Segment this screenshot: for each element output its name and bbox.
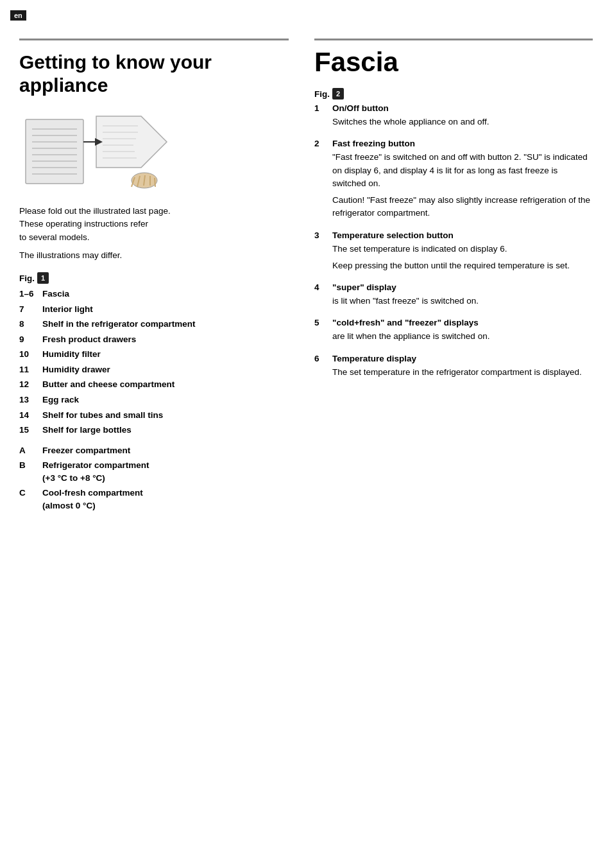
item-label: Shelf in the refrigerator compartment [42, 318, 196, 331]
fascia-item-title: Fast freezing button [332, 139, 415, 148]
item-number: B [19, 459, 42, 484]
illustration [19, 110, 186, 193]
list-item: CCool-fresh compartment(almost 0 °C) [19, 487, 289, 512]
fascia-item-body: Switches the whole appliance on and off. [332, 116, 593, 128]
fascia-item-header: 2Fast freezing button [314, 139, 593, 148]
fascia-item-number: 4 [314, 282, 332, 292]
item-label: Interior light [42, 303, 93, 316]
fascia-section: 2Fast freezing button"Fast freeze" is sw… [314, 139, 593, 220]
fascia-item-body: The set temperature in the refrigerator … [332, 366, 593, 379]
fascia-item-number: 1 [314, 103, 332, 113]
item-label: Egg rack [42, 394, 79, 406]
fascia-item-header: 1On/Off button [314, 103, 593, 113]
list-item: BRefrigerator compartment(+3 °C to +8 °C… [19, 459, 289, 484]
item-number: 11 [19, 363, 42, 376]
fascia-item-header: 6Temperature display [314, 354, 593, 363]
fascia-item-number: 2 [314, 139, 332, 148]
svg-line-23 [155, 178, 155, 187]
fascia-item-number: 6 [314, 354, 332, 363]
fig1-text: Fig. [19, 273, 35, 283]
list-item: 15Shelf for large bottles [19, 424, 289, 437]
item-number: 12 [19, 378, 42, 391]
list-item: 11Humidity drawer [19, 363, 289, 376]
list-item: 10Humidity filter [19, 348, 289, 361]
item-number: C [19, 487, 42, 512]
fascia-title: Fascia [314, 47, 593, 78]
fascia-item-header: 3Temperature selection button [314, 230, 593, 240]
page-title: Getting to know your appliance [19, 51, 289, 97]
list-item: 7Interior light [19, 303, 289, 316]
fascia-item-number: 3 [314, 230, 332, 240]
item-number: 10 [19, 348, 42, 361]
lang-badge: en [10, 10, 26, 21]
item-number: 8 [19, 318, 42, 331]
fascia-item-body: is lit when "fast freeze" is switched on… [332, 295, 593, 308]
left-column: Getting to know your appliance [19, 39, 289, 514]
fascia-item-body: Caution! "Fast freeze" may also slightly… [332, 194, 593, 220]
right-column: Fascia Fig. 2 1On/Off buttonSwitches the… [314, 39, 593, 514]
fascia-item-title: Temperature selection button [332, 230, 454, 240]
item-label: Humidity drawer [42, 363, 110, 376]
svg-marker-9 [96, 116, 167, 168]
item-label: Freezer compartment [42, 444, 130, 457]
fig2-num: 2 [332, 88, 344, 100]
fascia-item-header: 5"cold+fresh" and "freezer" displays [314, 318, 593, 327]
list-item: 1–6Fascia [19, 288, 289, 300]
fascia-item-body: Keep pressing the button until the requi… [332, 259, 593, 272]
fascia-item-header: 4"super" display [314, 282, 593, 292]
item-number: 7 [19, 303, 42, 316]
item-number: 14 [19, 409, 42, 422]
intro-line-2: The illustrations may differ. [19, 249, 289, 262]
list-item: 8Shelf in the refrigerator compartment [19, 318, 289, 331]
fascia-section: 3Temperature selection buttonThe set tem… [314, 230, 593, 273]
item-label: Refrigerator compartment(+3 °C to +8 °C) [42, 459, 149, 484]
item-number: A [19, 444, 42, 457]
fascia-item-body: are lit when the appliance is switched o… [332, 330, 593, 343]
fig1-label: Fig. 1 [19, 272, 289, 284]
item-number: 15 [19, 424, 42, 437]
intro-line-1: Please fold out the illustrated last pag… [19, 205, 289, 244]
fascia-section: 5"cold+fresh" and "freezer" displaysare … [314, 318, 593, 343]
fig1-num: 1 [37, 272, 49, 284]
item-label: Shelf for tubes and small tins [42, 409, 163, 422]
item-number: 13 [19, 394, 42, 406]
fig2-label: Fig. 2 [314, 88, 593, 100]
fascia-item-body: "Fast freeze" is switched on and off wit… [332, 151, 593, 190]
fascia-item-title: Temperature display [332, 354, 416, 363]
fascia-item-title: "super" display [332, 282, 396, 292]
list-item: 12Butter and cheese compartment [19, 378, 289, 391]
item-list: 1–6Fascia7Interior light8Shelf in the re… [19, 288, 289, 512]
item-number: 9 [19, 333, 42, 346]
list-item: 9Fresh product drawers [19, 333, 289, 346]
item-label: Humidity filter [42, 348, 101, 361]
left-divider [19, 39, 289, 40]
list-item: 14Shelf for tubes and small tins [19, 409, 289, 422]
fascia-item-title: On/Off button [332, 103, 389, 113]
fascia-item-number: 5 [314, 318, 332, 327]
fascia-section: 6Temperature displayThe set temperature … [314, 354, 593, 379]
item-number: 1–6 [19, 288, 42, 300]
right-divider [314, 39, 593, 40]
list-item: AFreezer compartment [19, 444, 289, 457]
fig2-text: Fig. [314, 89, 330, 99]
list-item: 13Egg rack [19, 394, 289, 406]
fascia-item-body: The set temperature is indicated on disp… [332, 243, 593, 256]
item-label: Butter and cheese compartment [42, 378, 174, 391]
item-label: Fresh product drawers [42, 333, 136, 346]
item-label: Shelf for large bottles [42, 424, 132, 437]
item-label: Cool-fresh compartment(almost 0 °C) [42, 487, 143, 512]
fascia-item-title: "cold+fresh" and "freezer" displays [332, 318, 479, 327]
item-label: Fascia [42, 288, 69, 300]
fascia-section: 4"super" displayis lit when "fast freeze… [314, 282, 593, 308]
fascia-items: 1On/Off buttonSwitches the whole applian… [314, 103, 593, 379]
fascia-section: 1On/Off buttonSwitches the whole applian… [314, 103, 593, 128]
